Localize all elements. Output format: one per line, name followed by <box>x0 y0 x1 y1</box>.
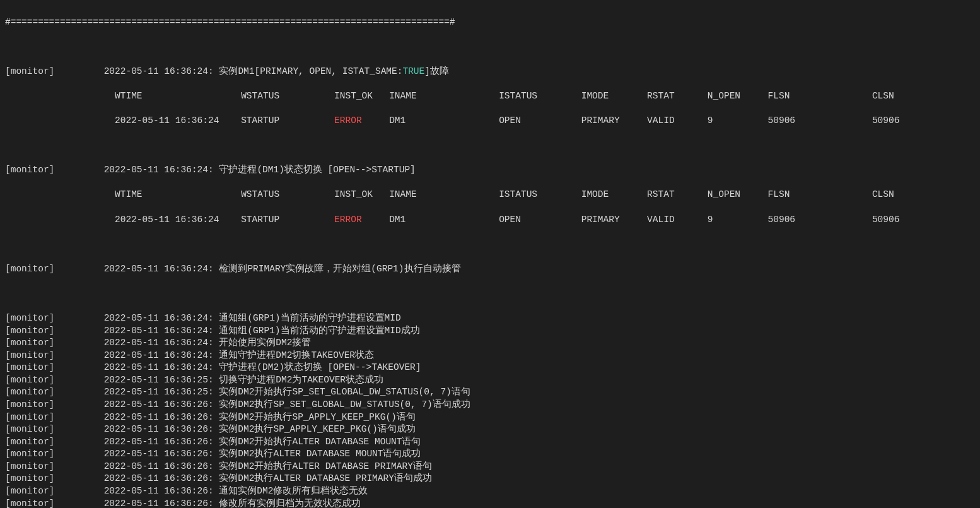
true-token: TRUE <box>402 66 424 76</box>
row-block2-hdr: WTIME WSTATUS INST_OK INAME ISTATUS IMOD… <box>5 189 975 201</box>
log-line: [monitor] 2022-05-11 16:36:26: 实例DM2执行SP… <box>5 423 975 436</box>
log-line: [monitor] 2022-05-11 16:36:26: 实例DM2执行AL… <box>5 473 975 485</box>
log-line: [monitor] 2022-05-11 16:36:24: 通知组(GRP1)… <box>5 325 975 338</box>
log-line: [monitor] 2022-05-11 16:36:25: 切换守护进程DM2… <box>5 374 975 387</box>
monitor-tag: [monitor] <box>5 66 54 76</box>
log-line: [monitor] 2022-05-11 16:36:24: 守护进程(DM2)… <box>5 362 975 374</box>
log-line: [monitor] 2022-05-11 16:36:26: 通知实例DM2修改… <box>5 485 975 498</box>
log-line: [monitor] 2022-05-11 16:36:26: 实例DM2执行AL… <box>5 448 975 461</box>
log-line: [monitor] 2022-05-11 16:36:26: 实例DM2开始执行… <box>5 411 975 424</box>
monitor-tag: [monitor] <box>5 264 54 274</box>
log-line: [monitor] 2022-05-11 16:36:26: 实例DM2开始执行… <box>5 461 975 473</box>
log-line: [monitor] 2022-05-11 16:36:26: 实例DM2开始执行… <box>5 436 975 449</box>
row-block1-hdr: WTIME WSTATUS INST_OK INAME ISTATUS IMOD… <box>5 90 975 103</box>
log-line: [monitor] 2022-05-11 16:36:26: 实例DM2执行SP… <box>5 399 975 411</box>
log-line: [monitor] 2022-05-11 16:36:24: 通知守护进程DM2… <box>5 350 975 362</box>
row-block1-l1: [monitor] 2022-05-11 16:36:24: 实例DM1[PRI… <box>5 66 975 78</box>
log-line: [monitor] 2022-05-11 16:36:24: 开始使用实例DM2… <box>5 337 975 350</box>
blank-line <box>5 288 975 300</box>
error-token: ERROR <box>334 115 389 126</box>
terminal-output: #=======================================… <box>0 0 980 508</box>
divider-line: #=======================================… <box>5 16 975 29</box>
log-line: [monitor] 2022-05-11 16:36:26: 修改所有实例归档为… <box>5 498 975 509</box>
blank-line <box>5 239 975 251</box>
monitor-tag: [monitor] <box>5 165 54 175</box>
row-block2-l1: [monitor] 2022-05-11 16:36:24: 守护进程(DM1)… <box>5 164 975 177</box>
row-detect: [monitor] 2022-05-11 16:36:24: 检测到PRIMAR… <box>5 263 975 276</box>
row-block1-val: 2022-05-11 16:36:24 STARTUP ERROR DM1 OP… <box>5 115 975 127</box>
log-line: [monitor] 2022-05-11 16:36:24: 通知组(GRP1)… <box>5 312 975 325</box>
blank-line <box>5 41 975 54</box>
blank-line <box>5 139 975 152</box>
log-line: [monitor] 2022-05-11 16:36:25: 实例DM2开始执行… <box>5 386 975 399</box>
error-token: ERROR <box>334 215 389 225</box>
row-block2-val: 2022-05-11 16:36:24 STARTUP ERROR DM1 OP… <box>5 214 975 227</box>
log-lines: [monitor] 2022-05-11 16:36:24: 通知组(GRP1)… <box>5 312 975 508</box>
